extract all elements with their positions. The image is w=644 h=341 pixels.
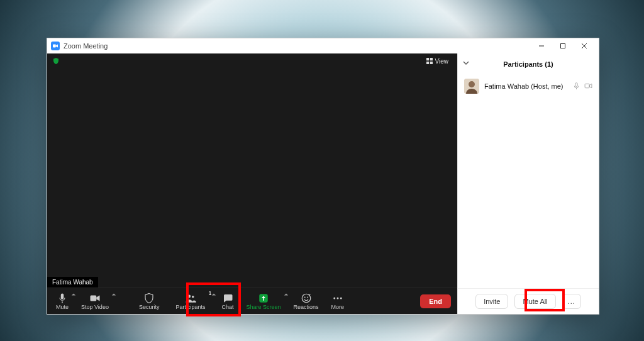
svg-point-15 [307,296,308,298]
participant-row[interactable]: Fatima Wahab (Host, me) [458,75,599,98]
svg-rect-6 [430,58,432,60]
view-button[interactable]: View [423,57,453,66]
window-title: Zoom Meeting [64,42,108,50]
end-button[interactable]: End [420,294,451,308]
meeting-toolbar: Mute Stop Video Security [47,288,457,314]
participants-title: Participants (1) [503,60,553,68]
participant-name: Fatima Wahab (Host, me) [484,82,567,90]
participants-button[interactable]: 1 Participants [165,288,215,314]
camera-icon [584,82,592,91]
svg-point-17 [333,297,335,299]
camera-icon [89,293,101,304]
video-canvas [47,69,457,288]
mute-button[interactable]: Mute [50,288,75,314]
participants-list: Fatima Wahab (Host, me) [458,75,599,288]
security-button[interactable]: Security [133,288,166,314]
chat-button[interactable]: Chat [215,288,240,314]
shield-icon [143,293,155,304]
svg-rect-5 [426,58,429,60]
svg-rect-23 [585,84,589,88]
svg-point-18 [336,297,338,299]
zoom-app-icon [51,42,60,50]
participants-footer: Invite Mute All ... [458,288,599,314]
participants-icon [185,293,196,304]
stop-video-button[interactable]: Stop Video [75,288,115,314]
avatar [464,79,479,94]
microphone-icon [57,293,68,304]
collapse-panel-button[interactable] [463,60,472,69]
invite-button[interactable]: Invite [475,294,508,309]
meeting-area: View Fatima Wahab Mute Stop [47,53,457,314]
svg-point-10 [187,294,191,298]
share-screen-icon [258,293,269,304]
svg-rect-7 [426,62,429,64]
panel-more-button[interactable]: ... [562,294,581,309]
share-screen-button[interactable]: Share Screen [240,288,287,314]
svg-point-19 [340,297,342,299]
participants-header: Participants (1) [458,53,599,75]
minimize-button[interactable] [531,38,552,53]
chat-icon [222,293,233,304]
chevron-up-icon[interactable] [111,292,116,297]
svg-rect-2 [561,44,565,48]
zoom-window: Zoom Meeting View Fatim [47,38,599,315]
participants-panel: Participants (1) Fatima Wahab (Host, me) [457,53,599,314]
presenter-name-pill: Fatima Wahab [47,277,98,288]
titlebar: Zoom Meeting [47,38,599,53]
svg-text:+: + [308,293,311,296]
svg-point-11 [192,295,194,298]
maximize-button[interactable] [552,38,574,53]
svg-point-14 [304,296,305,298]
more-button[interactable]: More [325,288,351,314]
more-icon [332,293,343,304]
microphone-icon [572,82,580,91]
svg-rect-8 [430,62,432,64]
close-button[interactable] [574,38,595,53]
reactions-button[interactable]: + Reactions [287,288,325,314]
svg-rect-0 [53,45,56,48]
reactions-icon: + [301,293,312,304]
mute-all-button[interactable]: Mute All [514,294,555,309]
svg-rect-22 [575,82,577,86]
svg-point-21 [469,81,475,87]
svg-rect-9 [90,295,96,301]
view-label: View [435,58,449,65]
encryption-shield-icon[interactable] [52,57,60,65]
